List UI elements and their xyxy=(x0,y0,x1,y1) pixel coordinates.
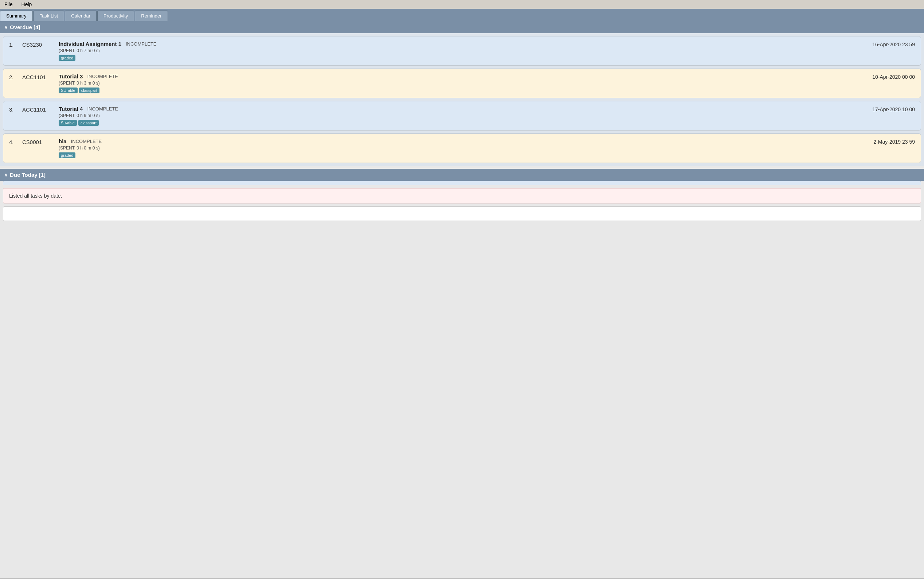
task-status: INCOMPLETE xyxy=(126,41,156,47)
task-tags: Su-able classpart xyxy=(59,120,872,126)
due-today-peek xyxy=(3,181,921,185)
status-message: Listed all tasks by date. xyxy=(9,193,62,199)
task-title: Tutorial 4 xyxy=(59,106,83,112)
task-row[interactable]: 1. CS3230 Individual Assignment 1 INCOMP… xyxy=(3,36,921,65)
task-title: bla xyxy=(59,138,67,144)
main-content: ∨ Overdue [4] 1. CS3230 Individual Assig… xyxy=(0,21,924,578)
task-tags: SU-able classpart xyxy=(59,88,872,93)
task-tag: graded xyxy=(59,152,75,158)
task-details: Tutorial 4 INCOMPLETE (SPENT: 0 h 9 m 0 … xyxy=(59,106,872,126)
task-tag: Su-able xyxy=(59,120,77,126)
due-today-title: Due Today [1] xyxy=(10,172,46,178)
task-due: 2-May-2019 23 59 xyxy=(873,138,915,145)
task-title-row: Tutorial 4 INCOMPLETE xyxy=(59,106,872,112)
task-due: 16-Apr-2020 23 59 xyxy=(872,41,915,47)
task-course: CS0001 xyxy=(22,138,59,145)
status-bar: Listed all tasks by date. xyxy=(3,188,921,203)
task-status: INCOMPLETE xyxy=(71,139,102,144)
task-spent: (SPENT: 0 h 9 m 0 s) xyxy=(59,113,872,118)
task-title-row: bla INCOMPLETE xyxy=(59,138,873,144)
task-row[interactable]: 4. CS0001 bla INCOMPLETE (SPENT: 0 h 0 m… xyxy=(3,133,921,163)
tab-productivity[interactable]: Productivity xyxy=(97,11,134,21)
due-today-section-header[interactable]: ∨ Due Today [1] xyxy=(0,169,924,181)
task-row[interactable]: 3. ACC1101 Tutorial 4 INCOMPLETE (SPENT:… xyxy=(3,101,921,131)
task-tags: graded xyxy=(59,55,872,61)
task-tags: graded xyxy=(59,152,873,158)
task-tag: graded xyxy=(59,55,75,61)
task-title: Tutorial 3 xyxy=(59,73,83,80)
tab-bar: Summary Task List Calendar Productivity … xyxy=(0,9,924,21)
task-course: ACC1101 xyxy=(22,106,59,113)
tab-calendar[interactable]: Calendar xyxy=(65,11,96,21)
overdue-title: Overdue [4] xyxy=(10,24,40,30)
task-row[interactable]: 2. ACC1101 Tutorial 3 INCOMPLETE (SPENT:… xyxy=(3,69,921,98)
task-spent: (SPENT: 0 h 0 m 0 s) xyxy=(59,146,873,150)
overdue-chevron: ∨ xyxy=(4,25,8,30)
task-title-row: Tutorial 3 INCOMPLETE xyxy=(59,73,872,80)
task-number: 4. xyxy=(9,138,22,145)
task-course: ACC1101 xyxy=(22,73,59,80)
task-tag: SU-able xyxy=(59,88,78,93)
tab-task-list[interactable]: Task List xyxy=(34,11,65,21)
task-details: bla INCOMPLETE (SPENT: 0 h 0 m 0 s) grad… xyxy=(59,138,873,158)
task-title-row: Individual Assignment 1 INCOMPLETE xyxy=(59,41,872,47)
task-tag: classpart xyxy=(79,88,99,93)
menu-bar: File Help xyxy=(0,0,924,9)
task-spent: (SPENT: 0 h 3 m 0 s) xyxy=(59,80,872,86)
task-due: 10-Apr-2020 00 00 xyxy=(872,73,915,80)
task-tag: classpart xyxy=(78,120,99,126)
task-title: Individual Assignment 1 xyxy=(59,41,121,47)
task-status: INCOMPLETE xyxy=(87,106,118,111)
task-details: Tutorial 3 INCOMPLETE (SPENT: 0 h 3 m 0 … xyxy=(59,73,872,93)
task-number: 3. xyxy=(9,106,22,113)
tab-reminder[interactable]: Reminder xyxy=(135,11,168,21)
task-spent: (SPENT: 0 h 7 m 0 s) xyxy=(59,48,872,53)
tab-summary[interactable]: Summary xyxy=(0,11,33,21)
task-course: CS3230 xyxy=(22,41,59,48)
task-status: INCOMPLETE xyxy=(87,74,118,79)
due-today-chevron: ∨ xyxy=(4,172,8,178)
menu-help[interactable]: Help xyxy=(20,1,34,8)
task-due: 17-Apr-2020 10 00 xyxy=(872,106,915,112)
task-number: 1. xyxy=(9,41,22,48)
menu-file[interactable]: File xyxy=(3,1,14,8)
overdue-task-list: 1. CS3230 Individual Assignment 1 INCOMP… xyxy=(0,33,924,166)
task-details: Individual Assignment 1 INCOMPLETE (SPEN… xyxy=(59,41,872,61)
bottom-bar xyxy=(3,206,921,221)
overdue-section-header[interactable]: ∨ Overdue [4] xyxy=(0,21,924,33)
task-number: 2. xyxy=(9,73,22,80)
